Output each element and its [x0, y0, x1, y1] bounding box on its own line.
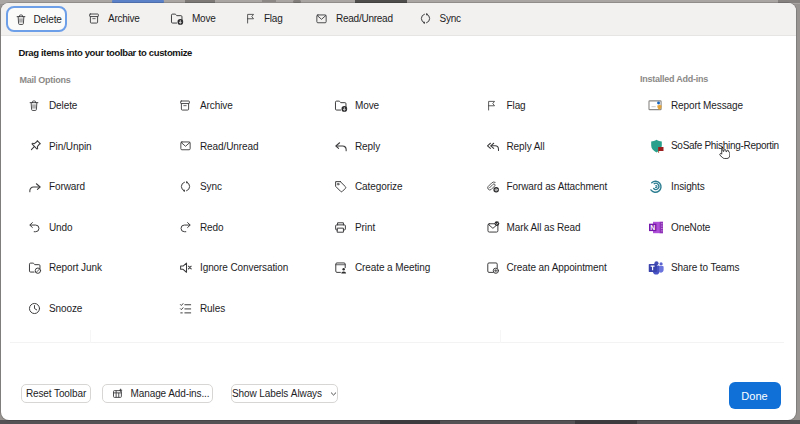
svg-text:N: N: [650, 223, 655, 230]
